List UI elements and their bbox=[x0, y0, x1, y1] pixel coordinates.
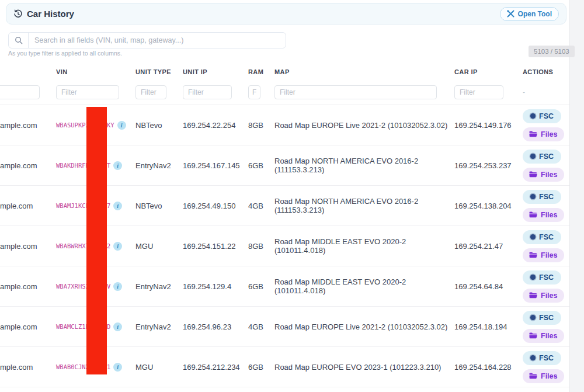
files-button[interactable]: Files bbox=[523, 329, 564, 343]
files-button-label: Files bbox=[541, 292, 558, 300]
vin-link[interactable]: WBAMJ1KCE bbox=[56, 202, 89, 209]
table-body: ample.com WBASUPKPZ KY i NBTevo 169.254.… bbox=[0, 105, 569, 387]
filter-ram-input[interactable] bbox=[248, 85, 260, 99]
fsc-button[interactable]: FSC bbox=[523, 190, 561, 204]
folder-icon bbox=[529, 211, 537, 218]
fsc-button-label: FSC bbox=[539, 273, 554, 282]
table-row: ample.com WBAKDHRFR T i EntryNav2 169.25… bbox=[0, 145, 569, 186]
vin-link-suffix[interactable]: D bbox=[107, 323, 110, 330]
folder-icon bbox=[529, 373, 537, 379]
info-icon[interactable]: i bbox=[113, 282, 122, 291]
gear-icon bbox=[530, 194, 536, 199]
table-header-row: VIN UNIT TYPE UNIT IP RAM MAP CAR IP ACT… bbox=[0, 64, 569, 79]
files-button[interactable]: Files bbox=[523, 168, 564, 182]
vin-link-suffix[interactable]: 2 bbox=[107, 242, 110, 249]
filter-unit-ip-input[interactable] bbox=[183, 85, 232, 99]
gear-icon bbox=[530, 154, 536, 159]
unit-type-value: EntryNav2 bbox=[135, 322, 183, 331]
vin-link[interactable]: WBAB0CJNX bbox=[56, 363, 89, 370]
fsc-button[interactable]: FSC bbox=[523, 150, 561, 164]
col-header-unit-ip: UNIT IP bbox=[183, 68, 248, 75]
col-header-map: MAP bbox=[274, 68, 454, 75]
car-ip-value: 169.254.64.84 bbox=[454, 282, 523, 291]
gear-icon bbox=[530, 355, 536, 360]
fsc-button[interactable]: FSC bbox=[523, 270, 561, 285]
files-button[interactable]: Files bbox=[523, 289, 564, 303]
fsc-button-label: FSC bbox=[539, 233, 554, 241]
vin-link-suffix[interactable]: 7 bbox=[107, 202, 110, 209]
info-icon[interactable]: i bbox=[113, 322, 122, 331]
filter-unit-type-input[interactable] bbox=[135, 85, 166, 99]
fsc-button[interactable]: FSC bbox=[523, 311, 561, 325]
car-ip-value: 169.254.149.176 bbox=[454, 121, 523, 130]
filter-map-input[interactable] bbox=[274, 85, 437, 99]
open-tool-label: Open Tool bbox=[518, 10, 552, 18]
files-button[interactable]: Files bbox=[523, 208, 564, 222]
info-icon[interactable]: i bbox=[113, 161, 122, 170]
history-icon bbox=[13, 9, 23, 19]
col-header-actions: ACTIONS bbox=[523, 68, 569, 75]
files-button[interactable]: Files bbox=[523, 127, 564, 141]
map-value: Road Map EUROPE EVO 2023-1 (101223.3.210… bbox=[274, 363, 454, 372]
files-button-label: Files bbox=[541, 372, 558, 380]
search-input[interactable] bbox=[29, 33, 286, 48]
account-email: ample.com bbox=[0, 121, 56, 130]
fsc-button[interactable]: FSC bbox=[523, 109, 561, 123]
filter-row: - bbox=[0, 79, 569, 105]
info-icon[interactable]: i bbox=[113, 363, 122, 372]
tools-icon bbox=[507, 10, 515, 18]
search-icon bbox=[15, 36, 23, 44]
fsc-button-label: FSC bbox=[539, 354, 554, 362]
filter-account-input[interactable] bbox=[0, 85, 40, 99]
row-count-badge: 5103 / 5103 bbox=[529, 46, 575, 57]
vin-link[interactable]: WBABWRHX7 bbox=[56, 242, 89, 249]
vin-link-suffix[interactable]: T bbox=[107, 162, 110, 169]
gear-icon bbox=[530, 113, 536, 119]
info-icon[interactable]: i bbox=[113, 242, 122, 251]
actions-cell: FSC Files bbox=[523, 230, 569, 262]
vin-link[interactable]: WBA7XRHSZ bbox=[56, 283, 89, 290]
gear-icon bbox=[530, 315, 536, 320]
car-ip-value: 169.254.18.194 bbox=[454, 322, 523, 331]
col-header-ram: RAM bbox=[248, 68, 274, 75]
actions-cell: FSC Files bbox=[523, 190, 569, 222]
car-ip-value: 169.254.21.47 bbox=[454, 242, 523, 251]
account-email: ample.com bbox=[0, 161, 56, 170]
table-row: ample.com WBABWRHX7 2 i MGU 169.254.151.… bbox=[0, 226, 569, 266]
vin-link[interactable]: WBASUPKPZ bbox=[56, 122, 89, 129]
files-button[interactable]: Files bbox=[523, 369, 564, 383]
account-email: mple.com bbox=[0, 202, 56, 210]
col-header-unit-type: UNIT TYPE bbox=[135, 68, 183, 75]
actions-cell: FSC Files bbox=[523, 311, 569, 343]
actions-cell: FSC Files bbox=[523, 109, 569, 141]
files-button[interactable]: Files bbox=[523, 248, 564, 262]
account-email: ample.com bbox=[0, 282, 56, 291]
table-row: ample.com WBA7XRHSZ V i EntryNav2 169.25… bbox=[0, 266, 569, 307]
open-tool-button[interactable]: Open Tool bbox=[500, 7, 559, 21]
unit-type-value: NBTevo bbox=[135, 202, 183, 210]
vin-link-suffix[interactable]: V bbox=[107, 283, 110, 290]
page-title: Car History bbox=[27, 9, 74, 19]
fsc-button[interactable]: FSC bbox=[523, 230, 561, 244]
fsc-button-label: FSC bbox=[539, 314, 554, 322]
filter-vin-input[interactable] bbox=[56, 85, 119, 99]
title-wrap: Car History bbox=[13, 9, 74, 19]
table-row: mple.com WBAB0CJNX 1 i MGU 169.254.212.2… bbox=[0, 347, 569, 387]
vin-link-suffix[interactable]: 1 bbox=[107, 363, 110, 370]
info-icon[interactable]: i bbox=[117, 121, 126, 130]
unit-type-value: EntryNav2 bbox=[135, 161, 183, 170]
car-ip-value: 169.254.253.237 bbox=[454, 161, 523, 170]
redaction-overlay bbox=[86, 107, 107, 374]
unit-type-value: MGU bbox=[135, 242, 183, 251]
filter-car-ip-input[interactable] bbox=[454, 85, 503, 99]
ram-value: 6GB bbox=[248, 161, 274, 170]
table-row: mple.com WBAMJ1KCE 7 i NBTevo 169.254.49… bbox=[0, 186, 569, 226]
vin-link-suffix[interactable]: KY bbox=[107, 122, 114, 129]
vin-link[interactable]: WBAKDHRFR bbox=[56, 162, 89, 169]
fsc-button[interactable]: FSC bbox=[523, 351, 561, 365]
folder-icon bbox=[529, 171, 537, 178]
info-icon[interactable]: i bbox=[113, 202, 122, 210]
map-value: Road Map MIDDLE EAST EVO 2020-2 (101011.… bbox=[274, 237, 454, 255]
fsc-button-label: FSC bbox=[539, 152, 554, 161]
vin-link[interactable]: WBAMCLZ1B bbox=[56, 323, 89, 330]
